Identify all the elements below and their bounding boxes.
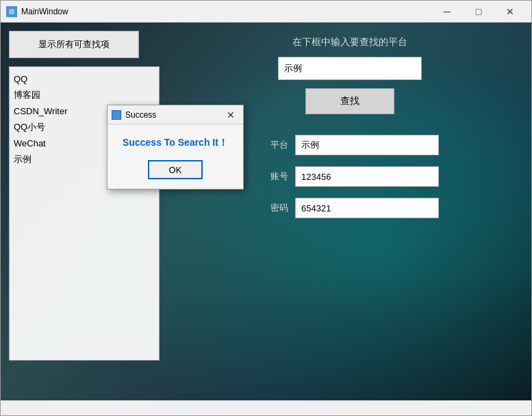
dialog-icon <box>112 110 121 120</box>
minimize-button[interactable]: ─ <box>431 1 463 23</box>
dialog-ok-button[interactable]: OK <box>148 160 203 179</box>
window-title: MainWindow <box>21 7 431 16</box>
main-window: MainWindow ─ □ ✕ 显示所有可查找项 QQ 博客园 CSDN_Wr… <box>0 0 532 416</box>
dialog-close-button[interactable]: ✕ <box>223 108 239 122</box>
dialog-message: Success To Search It！ <box>123 137 228 149</box>
dialog-title-bar: Success ✕ <box>107 105 243 125</box>
window-controls: ─ □ ✕ <box>431 1 526 23</box>
close-button[interactable]: ✕ <box>494 1 526 23</box>
main-content: 显示所有可查找项 QQ 博客园 CSDN_Writer QQ小号 WeChat … <box>1 23 531 400</box>
success-dialog: Success ✕ Success To Search It！ OK <box>107 105 244 190</box>
app-icon <box>6 6 17 17</box>
status-bar <box>1 400 531 415</box>
svg-rect-1 <box>9 9 14 14</box>
maximize-button[interactable]: □ <box>463 1 494 23</box>
dialog-title: Success <box>125 110 223 120</box>
title-bar: MainWindow ─ □ ✕ <box>1 1 531 23</box>
dialog-body: Success To Search It！ OK <box>107 125 243 189</box>
modal-overlay: Success ✕ Success To Search It！ OK <box>1 23 531 400</box>
